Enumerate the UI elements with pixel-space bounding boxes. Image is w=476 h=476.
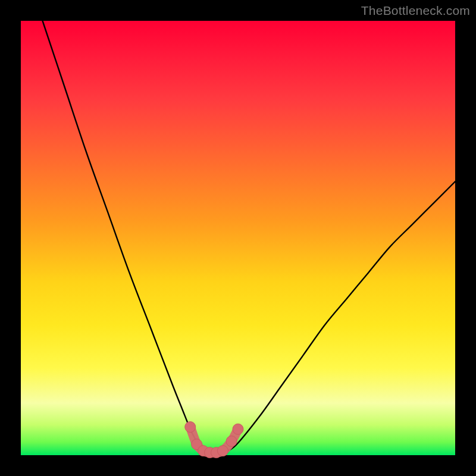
trough-left-edge-dot: [185, 422, 196, 433]
chart-svg: [21, 21, 455, 455]
bottleneck-curve: [43, 21, 456, 453]
trough-5-dot: [217, 446, 228, 456]
chart-frame: TheBottleneck.com: [0, 0, 476, 476]
trough-right-edge-dot: [226, 436, 237, 447]
trough-marker-dots: [185, 422, 243, 458]
watermark-text: TheBottleneck.com: [361, 4, 470, 18]
plot-area: [21, 21, 455, 455]
trough-right-2-dot: [233, 424, 243, 434]
